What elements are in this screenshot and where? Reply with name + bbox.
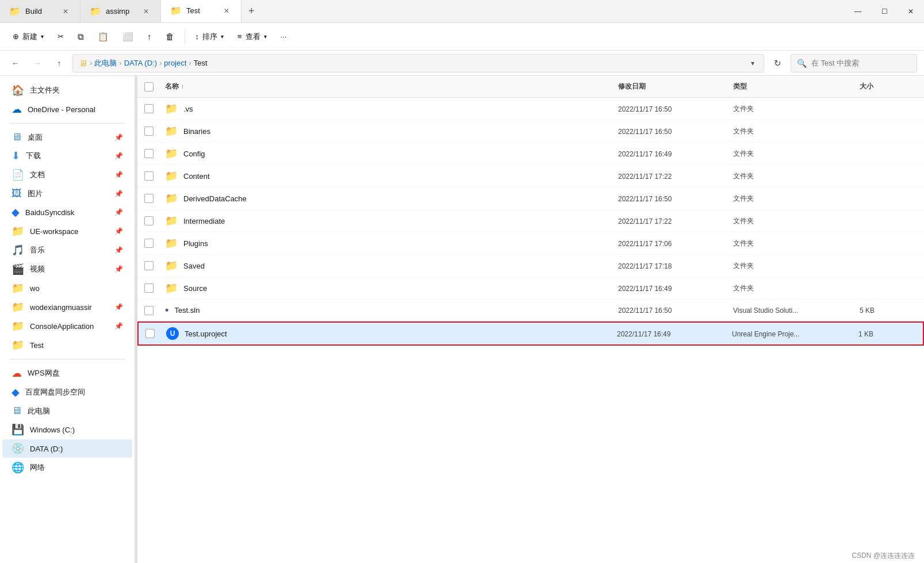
file-row-binaries[interactable]: 📁 Binaries 2022/11/17 16:50 文件夹 (137, 120, 924, 143)
sidebar-item-videos[interactable]: 🎬 视频 📌 (2, 260, 132, 278)
row-date-testsln: 2022/11/17 16:50 (614, 302, 729, 318)
sidebar-item-data-d[interactable]: 💿 DATA (D:) 📌 (2, 439, 132, 458)
breadcrumb-data[interactable]: DATA (D:) (124, 59, 157, 67)
breadcrumb-expand-icon[interactable]: ▾ (747, 58, 758, 68)
up-button[interactable]: ↑ (51, 55, 68, 72)
breadcrumb[interactable]: 🖥 › 此电脑 › DATA (D:) › project › Test ▾ (72, 54, 764, 72)
minimize-button[interactable]: — (845, 0, 871, 23)
view-button[interactable]: ≡ 查看 ▾ (232, 28, 273, 45)
tab-close-assimp[interactable]: ✕ (141, 6, 151, 17)
sidebar-item-test-sidebar[interactable]: 📁 Test 📌 (2, 336, 132, 354)
checkbox-deriveddatacache[interactable] (144, 194, 154, 203)
checkbox-vs[interactable] (144, 104, 154, 113)
row-check-vs[interactable] (137, 104, 160, 113)
copy-button[interactable]: ⧉ (72, 28, 90, 45)
sidebar-item-network[interactable]: 🌐 网络 📌 (2, 458, 132, 477)
row-check-saved[interactable] (137, 261, 160, 270)
checkbox-testsln[interactable] (144, 306, 154, 315)
search-input[interactable] (811, 59, 911, 67)
row-check-plugins[interactable] (137, 239, 160, 248)
sidebar-item-desktop[interactable]: 🖥 桌面 📌 (2, 128, 132, 146)
sidebar-icon-data-d: 💿 (11, 442, 24, 455)
file-row-intermediate[interactable]: 📁 Intermediate 2022/11/17 17:22 文件夹 (137, 210, 924, 232)
tab-build[interactable]: 📁 Build ✕ (0, 0, 80, 22)
row-check-intermediate[interactable] (137, 216, 160, 225)
maximize-button[interactable]: ☐ (871, 0, 898, 23)
new-tab-button[interactable]: + (241, 0, 262, 22)
row-check-testuproject[interactable] (139, 329, 162, 338)
sidebar-item-wo[interactable]: 📁 wo 📌 (2, 279, 132, 297)
file-row-vs[interactable]: 📁 .vs 2022/11/17 16:50 文件夹 (137, 98, 924, 120)
sidebar-item-pictures[interactable]: 🖼 图片 📌 (2, 185, 132, 202)
sidebar-item-baidusync[interactable]: ◆ BaiduSyncdisk 📌 (2, 203, 132, 221)
sidebar-item-wps[interactable]: ☁ WPS网盘 📌 (2, 364, 132, 382)
sidebar-label-baidu100: 百度网盘同步空间 (25, 387, 109, 397)
breadcrumb-project[interactable]: project (164, 59, 186, 67)
checkbox-source[interactable] (144, 284, 154, 293)
sidebar-icon-onedrive: ☁ (11, 103, 22, 116)
close-button[interactable]: ✕ (898, 0, 924, 23)
checkbox-plugins[interactable] (144, 239, 154, 248)
tab-test[interactable]: 📁 Test ✕ (161, 0, 241, 22)
file-row-saved[interactable]: 📁 Saved 2022/11/17 17:18 文件夹 (137, 255, 924, 277)
sidebar-item-consoleapp[interactable]: 📁 ConsoleApplication 📌 (2, 317, 132, 335)
forward-button[interactable]: → (29, 55, 46, 72)
row-check-binaries[interactable] (137, 127, 160, 136)
more-button[interactable]: ··· (275, 29, 293, 44)
file-row-config[interactable]: 📁 Config 2022/11/17 16:49 文件夹 (137, 143, 924, 165)
sidebar-item-onedrive[interactable]: ☁ OneDrive - Personal (2, 100, 132, 118)
file-row-content[interactable]: 📁 Content 2022/11/17 17:22 文件夹 (137, 165, 924, 187)
row-check-deriveddatacache[interactable] (137, 194, 160, 203)
search-box[interactable]: 🔍 (791, 54, 917, 72)
sidebar-item-downloads[interactable]: ⬇ 下载 📌 (2, 147, 132, 165)
sidebar-item-documents[interactable]: 📄 文档 📌 (2, 166, 132, 184)
checkbox-config[interactable] (144, 149, 154, 158)
row-type-testuproject: Unreal Engine Proje... (727, 326, 854, 342)
file-row-testuproject[interactable]: U Test.uproject 2022/11/17 16:49 Unreal … (137, 321, 924, 346)
refresh-button[interactable]: ↻ (769, 55, 786, 72)
paste-button[interactable]: 📋 (92, 28, 114, 45)
file-row-testsln[interactable]: ▪ Test.sln 2022/11/17 16:50 Visual Studi… (137, 300, 924, 321)
row-check-source[interactable] (137, 284, 160, 293)
row-check-config[interactable] (137, 149, 160, 158)
sort-button[interactable]: ↕ 排序 ▾ (190, 28, 230, 45)
sidebar-item-home[interactable]: 🏠 主文件夹 (2, 81, 132, 99)
tab-close-test[interactable]: ✕ (221, 6, 232, 16)
row-check-content[interactable] (137, 171, 160, 181)
file-row-source[interactable]: 📁 Source 2022/11/17 16:49 文件夹 (137, 277, 924, 300)
tab-close-build[interactable]: ✕ (60, 6, 71, 17)
select-all-checkbox[interactable] (144, 82, 154, 91)
file-folder-icon-saved: 📁 (165, 259, 178, 272)
delete-button[interactable]: 🗑 (160, 28, 180, 45)
addressbar: ← → ↑ 🖥 › 此电脑 › DATA (D:) › project › Te… (0, 51, 924, 76)
checkbox-testuproject[interactable] (145, 329, 155, 338)
row-size-saved (855, 262, 924, 269)
share-button[interactable]: ↑ (141, 28, 158, 45)
header-type[interactable]: 类型 (729, 78, 855, 95)
rename-button[interactable]: ⬜ (117, 28, 139, 45)
sidebar-item-windows-c[interactable]: 💾 Windows (C:) 📌 (2, 420, 132, 439)
breadcrumb-thispc[interactable]: 此电脑 (94, 58, 117, 68)
sidebar-item-music[interactable]: 🎵 音乐 📌 (2, 241, 132, 259)
row-check-testsln[interactable] (137, 306, 160, 315)
back-button[interactable]: ← (7, 55, 24, 72)
row-name-intermediate: 📁 Intermediate (160, 211, 614, 231)
tab-assimp[interactable]: 📁 assimp ✕ (80, 0, 161, 22)
file-row-plugins[interactable]: 📁 Plugins 2022/11/17 17:06 文件夹 (137, 232, 924, 255)
sidebar-item-baidu100[interactable]: ◆ 百度网盘同步空间 📌 (2, 383, 132, 401)
sidebar-item-wodexiangmuassir[interactable]: 📁 wodexiangmuassir 📌 (2, 298, 132, 316)
sidebar-item-thispc[interactable]: 🖥 此电脑 📌 (2, 402, 132, 420)
header-date[interactable]: 修改日期 (614, 78, 729, 95)
header-size[interactable]: 大小 (855, 78, 924, 95)
sidebar-item-ue-workspace[interactable]: 📁 UE-workspace 📌 (2, 222, 132, 240)
row-date-deriveddatacache: 2022/11/17 16:50 (614, 191, 729, 206)
checkbox-content[interactable] (144, 171, 154, 181)
checkbox-binaries[interactable] (144, 127, 154, 136)
file-row-deriveddatacache[interactable]: 📁 DerivedDataCache 2022/11/17 16:50 文件夹 (137, 187, 924, 210)
cut-button[interactable]: ✂ (52, 29, 70, 44)
new-button[interactable]: ⊕ 新建 ▾ (7, 28, 49, 45)
row-size-config (855, 150, 924, 157)
checkbox-saved[interactable] (144, 261, 154, 270)
checkbox-intermediate[interactable] (144, 216, 154, 225)
header-name[interactable]: 名称 ↑ (160, 78, 614, 95)
